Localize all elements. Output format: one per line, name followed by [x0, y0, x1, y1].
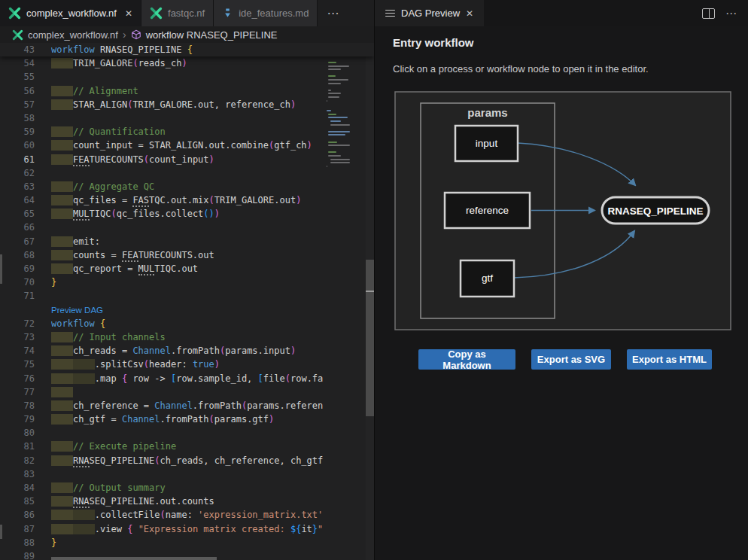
line-number: 60	[0, 138, 51, 152]
code-line[interactable]: 74 ch_reads = Channel.fromPath(params.in…	[0, 344, 374, 358]
code-line[interactable]: 88}	[0, 536, 374, 549]
code-line[interactable]: 86 .collectFile(name: 'expression_matrix…	[0, 508, 374, 522]
split-editor-icon[interactable]	[702, 8, 715, 19]
horizontal-scrollbar[interactable]	[51, 557, 217, 560]
tab-fastqc[interactable]: fastqc.nf	[141, 0, 214, 26]
codelens-row[interactable]: Preview DAG	[0, 303, 374, 317]
line-number: 68	[0, 248, 51, 262]
markdown-icon	[222, 8, 233, 19]
line-number: 89	[0, 549, 51, 560]
code-line[interactable]: 81 // Execute pipeline	[0, 440, 374, 453]
line-number: 67	[0, 235, 51, 248]
line-number: 65	[0, 207, 51, 221]
line-number: 43	[0, 43, 51, 56]
node-gtf[interactable]: gtf	[461, 260, 514, 297]
dag-diagram: params input reference gtf RNASEQ_PIPELI…	[394, 91, 731, 330]
sticky-code: workflow RNASEQ_PIPELINE {	[51, 43, 374, 56]
codelens-preview-dag[interactable]: Preview DAG	[51, 303, 103, 317]
code-line[interactable]: 57 STAR_ALIGN(TRIM_GALORE.out, reference…	[0, 98, 374, 111]
code-line[interactable]: 61 FEATURECOUNTS(count_input)	[0, 153, 374, 166]
line-number: 87	[0, 522, 51, 536]
node-rnaseq-pipeline[interactable]: RNASEQ_PIPELINE	[602, 197, 709, 224]
panel-heading: Entry workflow	[393, 36, 474, 49]
code-line[interactable]: 62	[0, 166, 374, 180]
code-line[interactable]: 56 // Alignment	[0, 84, 374, 98]
tab-ide-features[interactable]: ide_features.md	[214, 0, 318, 26]
code-line[interactable]: 63 // Aggregate QC	[0, 180, 374, 193]
line-number: 54	[0, 56, 51, 70]
minimap[interactable]	[323, 43, 366, 560]
code-line[interactable]: 71	[0, 289, 374, 303]
code-line[interactable]: 60 count_input = STAR_ALIGN.out.combine(…	[0, 138, 374, 152]
line-number: 62	[0, 166, 51, 180]
scrollbar-slider[interactable]	[366, 260, 374, 416]
code-line[interactable]: 55	[0, 70, 374, 84]
code-line[interactable]: 64 qc_files = FASTQC.out.mix(TRIM_GALORE…	[0, 193, 374, 207]
line-number: 88	[0, 536, 51, 549]
panel-description: Click on a process or workflow node to o…	[393, 63, 649, 75]
close-icon[interactable]: ✕	[125, 8, 132, 19]
line-number: 66	[0, 221, 51, 234]
line-number: 57	[0, 98, 51, 111]
tab-complex-workflow[interactable]: complex_workflow.nf ✕	[0, 0, 141, 26]
code-line[interactable]: 73 // Input channels	[0, 330, 374, 344]
code-line[interactable]: 66	[0, 221, 374, 234]
code-line[interactable]: 58	[0, 111, 374, 125]
line-number: 75	[0, 358, 51, 371]
editor-tabbar: complex_workflow.nf ✕ fastqc.nf ide_feat…	[0, 0, 374, 26]
export-as-svg-button[interactable]: Export as SVG	[531, 349, 611, 370]
code-line[interactable]: 59 // Quantification	[0, 125, 374, 138]
code-line[interactable]: 67 emit:	[0, 235, 374, 248]
code-line[interactable]: 79 ch_gtf = Channel.fromPath(params.gtf)	[0, 412, 374, 426]
close-icon[interactable]: ✕	[466, 8, 473, 19]
code-lines[interactable]: 54 TRIM_GALORE(reads_ch)5556 // Alignmen…	[0, 56, 374, 560]
code-line[interactable]: 85 RNASEQ_PIPELINE.out.counts	[0, 495, 374, 508]
export-as-html-button[interactable]: Export as HTML	[627, 349, 712, 370]
workflow-symbol-icon	[131, 29, 141, 40]
breadcrumb: complex_workflow.nf › workflow RNASEQ_PI…	[0, 26, 374, 43]
code-line[interactable]: 78 ch_reference = Channel.fromPath(param…	[0, 399, 374, 412]
node-reference[interactable]: reference	[445, 193, 530, 228]
code-line[interactable]: 77	[0, 385, 374, 399]
code-line[interactable]: 54 TRIM_GALORE(reads_ch)	[0, 56, 374, 70]
more-tabs-button[interactable]: ⋯	[318, 0, 348, 26]
vertical-scrollbar[interactable]	[366, 43, 374, 560]
svg-text:input: input	[476, 138, 498, 149]
line-number: 58	[0, 111, 51, 125]
code-line[interactable]: 75 .splitCsv(header: true)	[0, 358, 374, 371]
code-line[interactable]: 65 MULTIQC(qc_files.collect())	[0, 207, 374, 221]
code-line[interactable]: 69 qc_report = MULTIQC.out	[0, 262, 374, 275]
panel-tabbar: DAG Preview ✕ ⋯	[375, 0, 748, 26]
line-number: 74	[0, 344, 51, 358]
code-line[interactable]: 70}	[0, 275, 374, 289]
code-line[interactable]: 87 .view { "Expression matrix created: $…	[0, 522, 374, 536]
code-line[interactable]: 83	[0, 467, 374, 481]
sticky-scroll-line[interactable]: 43 workflow RNASEQ_PIPELINE {	[0, 43, 374, 56]
tab-dag-preview[interactable]: DAG Preview ✕	[375, 0, 484, 26]
line-number: 81	[0, 440, 51, 453]
code-editor[interactable]: 43 workflow RNASEQ_PIPELINE { 54 TRIM_GA…	[0, 43, 374, 560]
code-line[interactable]: 68 counts = FEATURECOUNTS.out	[0, 248, 374, 262]
code-line[interactable]: 76 .map { row -> [row.sample_id, [file(r…	[0, 372, 374, 385]
breadcrumb-symbol[interactable]: workflow RNASEQ_PIPELINE	[146, 29, 278, 41]
copy-as-markdown-button[interactable]: Copy as Markdown	[418, 349, 515, 370]
line-number: 63	[0, 180, 51, 193]
breadcrumb-file[interactable]: complex_workflow.nf	[28, 29, 118, 41]
code-line[interactable]: 82 RNASEQ_PIPELINE(ch_reads, ch_referenc…	[0, 454, 374, 467]
left-edge-marker	[0, 525, 2, 539]
tab-label: complex_workflow.nf	[26, 8, 117, 19]
line-number	[0, 303, 51, 317]
app-window: complex_workflow.nf ✕ fastqc.nf ide_feat…	[0, 0, 748, 560]
code-line[interactable]: 80	[0, 426, 374, 440]
more-actions-icon[interactable]: ⋯	[725, 7, 737, 20]
line-number: 69	[0, 262, 51, 275]
left-edge-marker	[0, 254, 2, 284]
svg-text:RNASEQ_PIPELINE: RNASEQ_PIPELINE	[608, 205, 704, 217]
node-input[interactable]: input	[455, 126, 518, 161]
overview-ruler-cursor-marker	[366, 291, 374, 292]
code-line[interactable]: 72workflow {	[0, 317, 374, 330]
nextflow-icon	[150, 7, 163, 20]
code-line[interactable]: 84 // Output summary	[0, 481, 374, 495]
line-number: 55	[0, 70, 51, 84]
line-number: 76	[0, 372, 51, 385]
